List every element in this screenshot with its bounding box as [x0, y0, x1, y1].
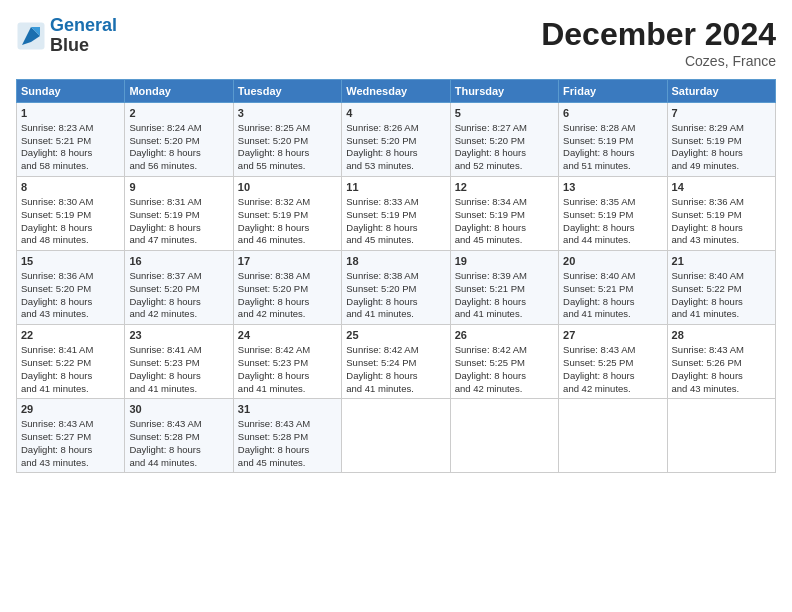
day-number: 16 [129, 254, 228, 269]
sunrise-label: Sunrise: 8:41 AM [129, 344, 201, 355]
day-number: 18 [346, 254, 445, 269]
sunrise-label: Sunrise: 8:33 AM [346, 196, 418, 207]
sunrise-label: Sunrise: 8:37 AM [129, 270, 201, 281]
daylight-label: Daylight: 8 hoursand 44 minutes. [129, 444, 200, 468]
sunset-label: Sunset: 5:25 PM [455, 357, 525, 368]
calendar-cell-6: 7Sunrise: 8:29 AMSunset: 5:19 PMDaylight… [667, 103, 775, 177]
daylight-label: Daylight: 8 hoursand 42 minutes. [455, 370, 526, 394]
sunrise-label: Sunrise: 8:43 AM [563, 344, 635, 355]
calendar-cell-31 [342, 399, 450, 473]
sunrise-label: Sunrise: 8:34 AM [455, 196, 527, 207]
sunset-label: Sunset: 5:28 PM [238, 431, 308, 442]
sunset-label: Sunset: 5:19 PM [563, 209, 633, 220]
header-monday: Monday [125, 80, 233, 103]
calendar-cell-10: 11Sunrise: 8:33 AMSunset: 5:19 PMDayligh… [342, 177, 450, 251]
daylight-label: Daylight: 8 hoursand 48 minutes. [21, 222, 92, 246]
daylight-label: Daylight: 8 hoursand 41 minutes. [129, 370, 200, 394]
daylight-label: Daylight: 8 hoursand 44 minutes. [563, 222, 634, 246]
daylight-label: Daylight: 8 hoursand 42 minutes. [129, 296, 200, 320]
sunrise-label: Sunrise: 8:43 AM [21, 418, 93, 429]
day-number: 31 [238, 402, 337, 417]
day-number: 29 [21, 402, 120, 417]
sunrise-label: Sunrise: 8:28 AM [563, 122, 635, 133]
sunrise-label: Sunrise: 8:42 AM [455, 344, 527, 355]
daylight-label: Daylight: 8 hoursand 55 minutes. [238, 147, 309, 171]
daylight-label: Daylight: 8 hoursand 43 minutes. [672, 370, 743, 394]
calendar-cell-20: 21Sunrise: 8:40 AMSunset: 5:22 PMDayligh… [667, 251, 775, 325]
sunset-label: Sunset: 5:22 PM [672, 283, 742, 294]
sunset-label: Sunset: 5:28 PM [129, 431, 199, 442]
sunset-label: Sunset: 5:19 PM [129, 209, 199, 220]
header-wednesday: Wednesday [342, 80, 450, 103]
sunrise-label: Sunrise: 8:31 AM [129, 196, 201, 207]
sunrise-label: Sunrise: 8:43 AM [129, 418, 201, 429]
calendar-cell-32 [450, 399, 558, 473]
calendar-cell-24: 25Sunrise: 8:42 AMSunset: 5:24 PMDayligh… [342, 325, 450, 399]
sunset-label: Sunset: 5:19 PM [238, 209, 308, 220]
calendar-cell-1: 2Sunrise: 8:24 AMSunset: 5:20 PMDaylight… [125, 103, 233, 177]
sunset-label: Sunset: 5:20 PM [129, 135, 199, 146]
sunrise-label: Sunrise: 8:36 AM [672, 196, 744, 207]
sunset-label: Sunset: 5:25 PM [563, 357, 633, 368]
day-number: 24 [238, 328, 337, 343]
week-row-0: 1Sunrise: 8:23 AMSunset: 5:21 PMDaylight… [17, 103, 776, 177]
calendar-cell-33 [559, 399, 667, 473]
daylight-label: Daylight: 8 hoursand 45 minutes. [238, 444, 309, 468]
calendar-cell-0: 1Sunrise: 8:23 AMSunset: 5:21 PMDaylight… [17, 103, 125, 177]
header-friday: Friday [559, 80, 667, 103]
sunset-label: Sunset: 5:19 PM [21, 209, 91, 220]
calendar-cell-13: 14Sunrise: 8:36 AMSunset: 5:19 PMDayligh… [667, 177, 775, 251]
daylight-label: Daylight: 8 hoursand 41 minutes. [346, 370, 417, 394]
sunrise-label: Sunrise: 8:40 AM [672, 270, 744, 281]
calendar-cell-16: 17Sunrise: 8:38 AMSunset: 5:20 PMDayligh… [233, 251, 341, 325]
sunrise-label: Sunrise: 8:36 AM [21, 270, 93, 281]
location: Cozes, France [541, 53, 776, 69]
sunrise-label: Sunrise: 8:40 AM [563, 270, 635, 281]
day-number: 15 [21, 254, 120, 269]
sunset-label: Sunset: 5:19 PM [563, 135, 633, 146]
sunrise-label: Sunrise: 8:41 AM [21, 344, 93, 355]
day-number: 4 [346, 106, 445, 121]
daylight-label: Daylight: 8 hoursand 52 minutes. [455, 147, 526, 171]
sunset-label: Sunset: 5:23 PM [129, 357, 199, 368]
sunset-label: Sunset: 5:19 PM [672, 209, 742, 220]
sunset-label: Sunset: 5:20 PM [455, 135, 525, 146]
sunset-label: Sunset: 5:27 PM [21, 431, 91, 442]
day-number: 1 [21, 106, 120, 121]
day-number: 26 [455, 328, 554, 343]
day-number: 8 [21, 180, 120, 195]
calendar-cell-29: 30Sunrise: 8:43 AMSunset: 5:28 PMDayligh… [125, 399, 233, 473]
sunrise-label: Sunrise: 8:43 AM [238, 418, 310, 429]
day-number: 25 [346, 328, 445, 343]
day-number: 17 [238, 254, 337, 269]
sunset-label: Sunset: 5:26 PM [672, 357, 742, 368]
calendar-cell-12: 13Sunrise: 8:35 AMSunset: 5:19 PMDayligh… [559, 177, 667, 251]
day-number: 19 [455, 254, 554, 269]
day-number: 11 [346, 180, 445, 195]
header: GeneralBlue December 2024 Cozes, France [16, 16, 776, 69]
sunset-label: Sunset: 5:22 PM [21, 357, 91, 368]
calendar-table: SundayMondayTuesdayWednesdayThursdayFrid… [16, 79, 776, 473]
calendar-cell-27: 28Sunrise: 8:43 AMSunset: 5:26 PMDayligh… [667, 325, 775, 399]
calendar-body: 1Sunrise: 8:23 AMSunset: 5:21 PMDaylight… [17, 103, 776, 473]
daylight-label: Daylight: 8 hoursand 56 minutes. [129, 147, 200, 171]
day-number: 3 [238, 106, 337, 121]
daylight-label: Daylight: 8 hoursand 53 minutes. [346, 147, 417, 171]
day-number: 21 [672, 254, 771, 269]
sunrise-label: Sunrise: 8:26 AM [346, 122, 418, 133]
sunset-label: Sunset: 5:20 PM [129, 283, 199, 294]
week-row-1: 8Sunrise: 8:30 AMSunset: 5:19 PMDaylight… [17, 177, 776, 251]
sunset-label: Sunset: 5:20 PM [21, 283, 91, 294]
header-sunday: Sunday [17, 80, 125, 103]
calendar-cell-17: 18Sunrise: 8:38 AMSunset: 5:20 PMDayligh… [342, 251, 450, 325]
daylight-label: Daylight: 8 hoursand 45 minutes. [455, 222, 526, 246]
sunset-label: Sunset: 5:19 PM [346, 209, 416, 220]
week-row-3: 22Sunrise: 8:41 AMSunset: 5:22 PMDayligh… [17, 325, 776, 399]
day-number: 23 [129, 328, 228, 343]
calendar-header-row: SundayMondayTuesdayWednesdayThursdayFrid… [17, 80, 776, 103]
daylight-label: Daylight: 8 hoursand 47 minutes. [129, 222, 200, 246]
daylight-label: Daylight: 8 hoursand 41 minutes. [672, 296, 743, 320]
sunset-label: Sunset: 5:21 PM [563, 283, 633, 294]
daylight-label: Daylight: 8 hoursand 45 minutes. [346, 222, 417, 246]
daylight-label: Daylight: 8 hoursand 41 minutes. [21, 370, 92, 394]
